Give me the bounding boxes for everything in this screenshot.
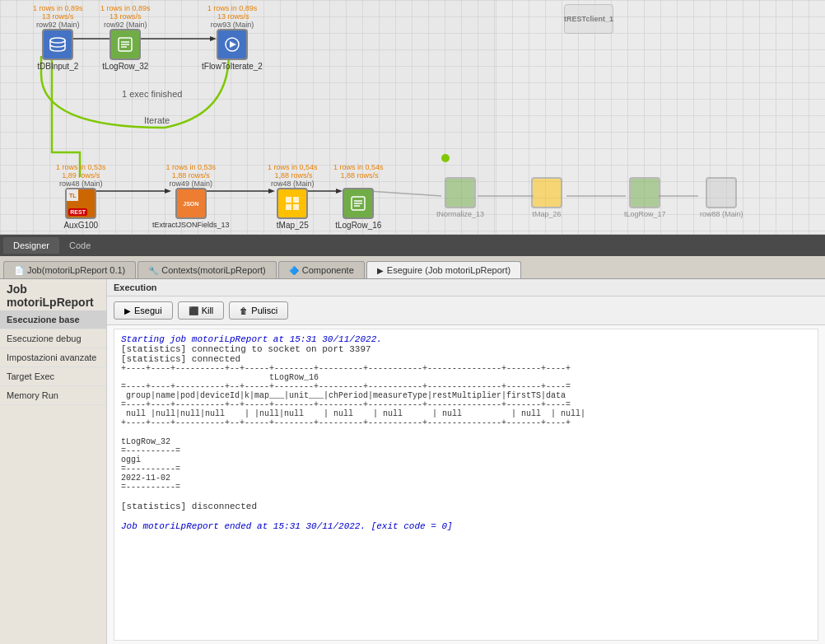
job-tab-contexts[interactable]: 🔧 Contexts(motoriLpReport) xyxy=(138,261,277,278)
stop-icon: ⬛ xyxy=(189,306,198,315)
job-tabs: 📄 Job(motoriLpReport 0.1) 🔧 Contexts(mot… xyxy=(0,256,825,279)
svg-rect-22 xyxy=(286,204,291,210)
node-tflowtoiterate2[interactable]: 1 rows in 0,89s 13 rows/s row93 (Main) t… xyxy=(202,4,263,71)
console-disconnected: [statistics] disconnected xyxy=(121,502,811,511)
sidebar-item-esecuzione-debug[interactable]: Esecuzione debug xyxy=(0,329,106,348)
iterate-label: Iterate xyxy=(144,115,170,125)
job-tab-componente-icon: 🔷 xyxy=(289,266,299,275)
console-table-title: tLogRow_16 xyxy=(121,373,811,382)
sidebar-item-impostazioni-avanzate[interactable]: Impostazioni avanzate xyxy=(0,348,106,367)
console-table-header: group|name|pod|deviceId|k|map___|unit___… xyxy=(121,391,811,400)
console-tlogrow32-val2: 2022-11-02 xyxy=(121,474,811,483)
tab-code[interactable]: Code xyxy=(59,237,100,254)
sidebar-item-memory-run[interactable]: Memory Run xyxy=(0,386,106,405)
node-tmap26[interactable]: tMap_26 xyxy=(531,177,562,218)
green-indicator xyxy=(441,154,450,162)
job-tab-info[interactable]: 📄 Job(motoriLpReport 0.1) xyxy=(3,261,136,278)
job-title: Job motoriLpReport xyxy=(0,279,106,310)
clear-icon: 🗑 xyxy=(240,306,248,315)
node-trestclient1[interactable]: tRESTclient_1 xyxy=(564,4,613,34)
console-tlogrow32-border1: tLogRow_32 xyxy=(121,437,811,446)
console-tlogrow32-val1: oggi xyxy=(121,455,811,464)
job-tab-eseguire-icon: ▶ xyxy=(377,266,384,275)
console-table-sep0: +----+----+----------+--+-----+--------+… xyxy=(121,364,811,373)
pulisci-button[interactable]: 🗑 Pulisci xyxy=(229,301,288,320)
canvas-area: 1 rows in 0,89s 13 rows/s row92 (Main) t… xyxy=(0,0,825,235)
svg-rect-23 xyxy=(293,204,299,210)
kill-button[interactable]: ⬛ Kill xyxy=(178,301,225,320)
main-content: Job motoriLpReport Esecuzione base Esecu… xyxy=(0,279,825,644)
sidebar-item-esecuzione-base[interactable]: Esecuzione base xyxy=(0,310,106,329)
execution-section-title: Execution xyxy=(107,279,825,296)
console-line-start: Starting job motoriLpReport at 15:31 30/… xyxy=(121,334,811,344)
sidebar: Job motoriLpReport Esecuzione base Esecu… xyxy=(0,279,107,644)
node-tlogrow16[interactable]: 1 rows in 0,54s 1,88 rows/s tLogRow_16 xyxy=(333,163,384,230)
console-line-connected: [statistics] connected xyxy=(121,354,811,364)
node-textractjson13[interactable]: 1 rows in 0,53s 1,88 rows/s row49 (Main)… xyxy=(152,163,230,229)
node-auxg100[interactable]: 1 rows in 0,53s 1,89 rows/s row48 (Main)… xyxy=(56,163,106,230)
console-output: Starting job motoriLpReport at 15:31 30/… xyxy=(114,329,818,641)
console-table-sep2: =----+----+----------+--+-----+--------+… xyxy=(121,400,811,409)
exec-finished-label: 1 exec finished xyxy=(122,89,182,99)
tab-bar: Designer Code xyxy=(0,235,825,256)
console-tlogrow32-sep3: =----------= xyxy=(121,483,811,492)
exec-toolbar: ▶ Esegui ⬛ Kill 🗑 Pulisci xyxy=(107,296,825,325)
job-tab-eseguire[interactable]: ▶ Eseguire (Job motoriLpReport) xyxy=(366,261,521,278)
node-tdbinput2[interactable]: 1 rows in 0,89s 13 rows/s row92 (Main) t… xyxy=(33,4,83,71)
node-tlogrow17[interactable]: tLogRow_17 xyxy=(624,177,666,218)
console-tlogrow32-sep2: =----------= xyxy=(121,464,811,474)
svg-rect-20 xyxy=(286,197,291,203)
console-table-data: null |null|null|null | |null|null | null… xyxy=(121,409,811,418)
node-tnormalize13[interactable]: tNormalize_13 xyxy=(436,177,484,218)
tab-designer[interactable]: Designer xyxy=(3,237,59,254)
job-tab-contexts-icon: 🔧 xyxy=(148,266,158,275)
svg-point-13 xyxy=(50,38,65,43)
console-tlogrow32-sep1: =----------= xyxy=(121,446,811,455)
node-tmap25[interactable]: 1 rows in 0,54s 1,88 rows/s row48 (Main)… xyxy=(268,163,318,230)
job-tab-info-icon: 📄 xyxy=(14,266,24,275)
job-tab-componente[interactable]: 🔷 Componente xyxy=(278,261,365,278)
console-table-sep1: =----+----+----------+--+-----+--------+… xyxy=(121,382,811,391)
right-panel: Execution ▶ Esegui ⬛ Kill 🗑 Pulisci Star… xyxy=(107,279,825,644)
console-line-connecting: [statistics] connecting to socket on por… xyxy=(121,344,811,354)
svg-marker-19 xyxy=(230,41,236,48)
console-ended: Job motoriLpReport ended at 15:31 30/11/… xyxy=(121,521,811,531)
svg-rect-21 xyxy=(293,197,299,203)
sidebar-item-target-exec[interactable]: Target Exec xyxy=(0,367,106,386)
console-table-sep3: +----+----+----------+--+-----+--------+… xyxy=(121,418,811,427)
esegui-button[interactable]: ▶ Esegui xyxy=(114,301,173,320)
play-icon: ▶ xyxy=(124,306,131,315)
node-row88[interactable]: row88 (Main) xyxy=(700,177,743,218)
node-tlogrow32[interactable]: 1 rows in 0,89s 13 rows/s row92 (Main) t… xyxy=(100,4,151,71)
